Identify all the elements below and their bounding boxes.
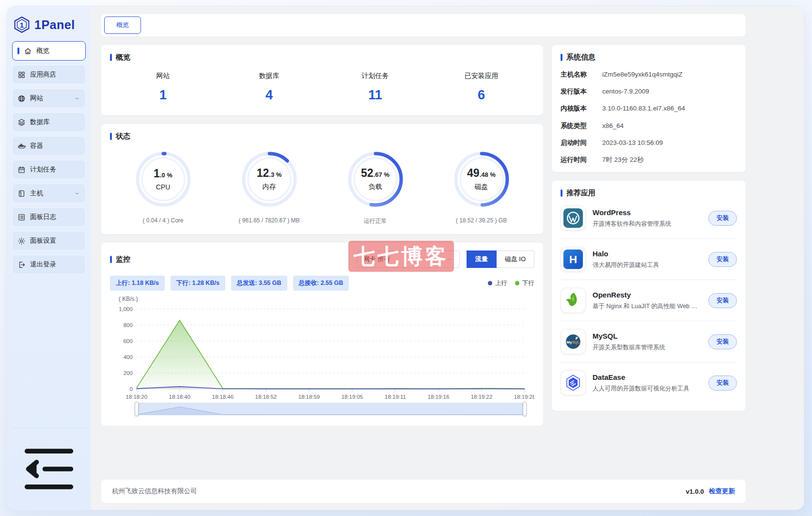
info-label: 运行时间 <box>561 156 602 164</box>
system-info-row: 发行版本 centos-7.9.2009 <box>561 87 737 96</box>
brand-name: 1Panel <box>34 18 75 32</box>
stat-item: 网站 1 <box>110 72 216 103</box>
svg-text:18:19:22: 18:19:22 <box>471 394 493 400</box>
legend-dot <box>488 281 492 285</box>
chevron-down-icon <box>74 190 80 197</box>
app-name: DataEase <box>593 373 702 381</box>
content: 概览 网站 1 数据库 4 计划任务 11 <box>101 45 746 426</box>
monitor-title: 监控 <box>116 255 130 264</box>
sidebar-item[interactable]: 概览 <box>12 41 86 61</box>
sidebar-item[interactable]: 主机 <box>12 184 86 203</box>
gauge: 52.67 % 负载 运行正常 <box>322 149 428 225</box>
svg-text:18:18:40: 18:18:40 <box>169 394 191 400</box>
stat-value: 4 <box>216 88 322 103</box>
app-row: H Halo 强大易用的开源建站工具 安装 <box>561 239 737 280</box>
gauge-percent: 1.0 % <box>154 168 172 179</box>
traffic-badges: 上行: 1.18 KB/s下行: 1.28 KB/s总发送: 3.55 GB总接… <box>110 276 349 291</box>
install-button[interactable]: 安装 <box>708 334 737 349</box>
app-row: WordPress 开源博客软件和内容管理系统 安装 <box>561 198 737 239</box>
nic-select[interactable]: 网卡 所有 <box>357 250 460 268</box>
gauge-percent: 52.67 % <box>361 168 390 179</box>
sidebar: 1 1Panel 概览 应用商店 <box>7 6 91 510</box>
system-info-row: 运行时间 7时 23分 22秒 <box>561 156 737 164</box>
openresty-icon <box>561 288 586 313</box>
brush-minimap <box>137 403 525 415</box>
website-icon <box>17 94 26 103</box>
traffic-chart: ( KB/s )02004006008001,00018:18:2018:18:… <box>110 294 534 402</box>
check-update-link[interactable]: 检查更新 <box>709 487 735 496</box>
brush-handle-left[interactable] <box>135 402 139 416</box>
app-name: WordPress <box>593 208 702 217</box>
title-accent-bar <box>561 189 562 197</box>
gauge-label: 负载 <box>369 183 382 191</box>
sidebar-item[interactable]: 面板日志 <box>12 207 86 227</box>
recommended-apps-title: 推荐应用 <box>566 188 595 198</box>
wordpress-icon <box>561 205 586 231</box>
gauge: 12.3 % 内存 ( 961.65 / 7820.67 ) MB <box>216 149 322 225</box>
app-description: 基于 Nginx 和 LuaJIT 的高性能 Web 平台 <box>593 302 702 311</box>
svg-text:18:18:59: 18:18:59 <box>298 394 320 400</box>
svg-text:18:18:20: 18:18:20 <box>126 394 148 400</box>
status-title: 状态 <box>116 132 130 141</box>
sidebar-item[interactable]: 退出登录 <box>12 255 86 274</box>
title-accent-bar <box>561 54 562 61</box>
sidebar-item[interactable]: 数据库 <box>12 112 86 132</box>
left-column: 概览 网站 1 数据库 4 计划任务 11 <box>101 45 543 426</box>
system-info-row: 内核版本 3.10.0-1160.83.1.el7.x86_64 <box>561 104 737 113</box>
svg-text:1,000: 1,000 <box>119 306 133 312</box>
brush-handle-right[interactable] <box>523 402 527 416</box>
system-info-rows: 主机名称 iZm5e8e59yxk61q4smtgqiZ 发行版本 centos… <box>561 70 737 164</box>
main-area: 概览 概览 网站 1 数据库 <box>91 6 804 510</box>
database-icon <box>17 118 26 126</box>
toggle-button[interactable]: 流量 <box>467 250 497 268</box>
install-button[interactable]: 安装 <box>708 375 737 391</box>
logout-icon <box>17 261 26 269</box>
install-button[interactable]: 安装 <box>708 252 737 267</box>
toggle-button[interactable]: 磁盘 IO <box>497 250 534 268</box>
gauge-label: 磁盘 <box>475 183 488 191</box>
gauge-caption: 运行正常 <box>364 217 387 225</box>
right-column: 系统信息 主机名称 iZm5e8e59yxk61q4smtgqiZ 发行版本 c… <box>552 45 746 411</box>
sidebar-item-label: 容器 <box>30 141 43 150</box>
sidebar-item-label: 主机 <box>30 189 43 198</box>
monitor-card: 监控 网卡 所有 流量磁盘 IO <box>101 243 543 426</box>
app-description: 开源关系型数据库管理系统 <box>593 344 702 352</box>
sidebar-item[interactable]: 计划任务 <box>12 160 86 179</box>
install-button[interactable]: 安装 <box>708 293 737 308</box>
app-list: WordPress 开源博客软件和内容管理系统 安装 H Halo 强大易用的开… <box>561 198 737 403</box>
1panel-logo-icon: 1 <box>13 16 31 33</box>
company-name: 杭州飞致云信息科技有限公司 <box>112 487 197 496</box>
info-label: 发行版本 <box>561 87 602 96</box>
overview-stats: 网站 1 数据库 4 计划任务 11 已安装应用 6 <box>110 62 534 108</box>
sidebar-item[interactable]: 应用商店 <box>12 65 86 84</box>
stat-label: 数据库 <box>216 72 322 80</box>
traffic-badge: 总接收: 2.55 GB <box>293 276 349 291</box>
log-icon <box>17 213 26 221</box>
info-label: 内核版本 <box>561 104 602 113</box>
app-name: Halo <box>593 250 702 258</box>
info-label: 主机名称 <box>561 70 602 79</box>
svg-text:400: 400 <box>124 354 133 360</box>
svg-text:200: 200 <box>124 370 133 376</box>
tab-overview[interactable]: 概览 <box>104 16 141 34</box>
app-row: DataEase 人人可用的开源数据可视化分析工具 安装 <box>561 362 737 403</box>
collapse-sidebar-icon[interactable] <box>16 496 82 504</box>
stat-value: 11 <box>322 88 428 103</box>
install-button[interactable]: 安装 <box>708 211 737 226</box>
sidebar-item-label: 面板设置 <box>30 236 56 245</box>
cron-icon <box>17 166 26 174</box>
title-accent-bar <box>110 256 112 263</box>
chart-brush[interactable] <box>137 403 525 415</box>
overview-card: 概览 网站 1 数据库 4 计划任务 11 <box>101 45 543 115</box>
legend-item[interactable]: 上行 <box>488 279 507 287</box>
svg-text:( KB/s ): ( KB/s ) <box>119 296 138 302</box>
sidebar-item[interactable]: 面板设置 <box>12 231 86 250</box>
svg-text:600: 600 <box>124 338 133 344</box>
svg-text:18:18:46: 18:18:46 <box>212 394 234 400</box>
sidebar-item[interactable]: 容器 <box>12 136 86 156</box>
sidebar-item[interactable]: 网站 <box>12 89 86 108</box>
legend-item[interactable]: 下行 <box>515 279 534 287</box>
sidebar-item-label: 退出登录 <box>30 260 56 269</box>
gauge: 49.48 % 磁盘 ( 18.52 / 39.25 ) GB <box>428 149 534 225</box>
info-value: centos-7.9.2009 <box>602 87 649 96</box>
